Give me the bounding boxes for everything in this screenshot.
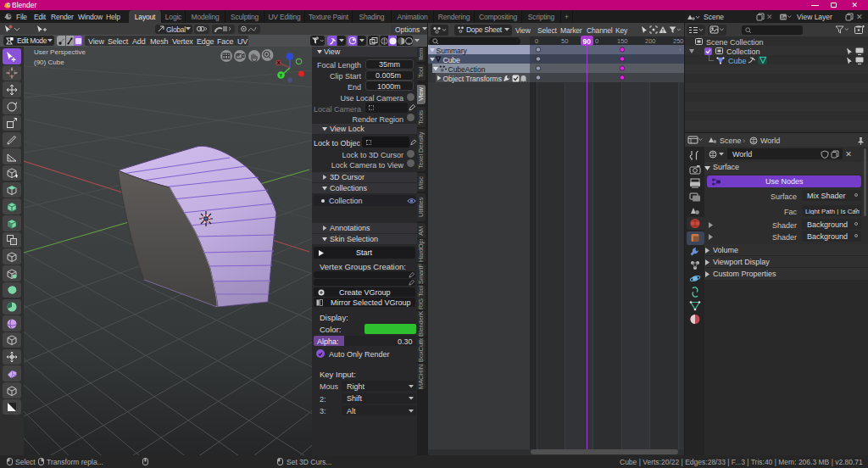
svg-text:(90) Cube: (90) Cube: [34, 58, 64, 66]
svg-text:X: X: [277, 60, 281, 65]
svg-text:User Perspective: User Perspective: [34, 48, 86, 56]
svg-text:Y: Y: [280, 73, 283, 78]
